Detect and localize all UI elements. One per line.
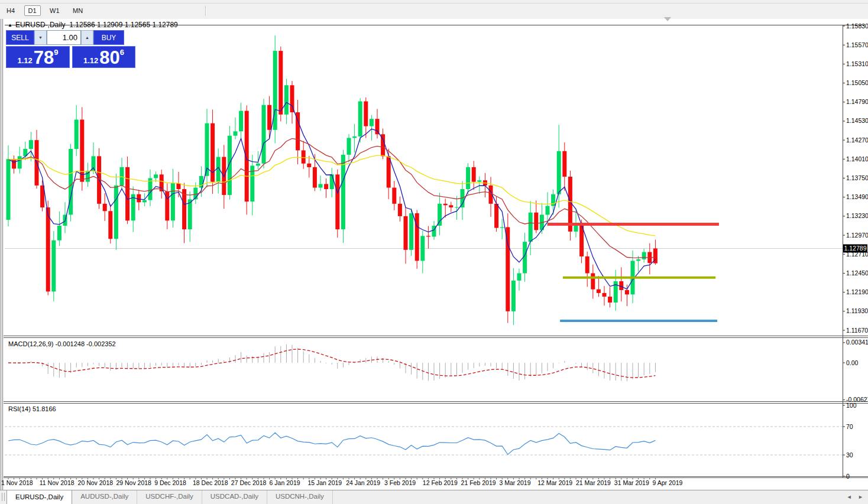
svg-text:18 Dec 2018: 18 Dec 2018: [193, 479, 228, 486]
tab-eurusd-daily[interactable]: EURUSD-,Daily: [7, 490, 72, 504]
svg-text:21 Mar 2019: 21 Mar 2019: [576, 479, 611, 486]
svg-text:27 Dec 2018: 27 Dec 2018: [231, 479, 267, 486]
svg-text:1.14790: 1.14790: [846, 98, 868, 105]
svg-text:1.14010: 1.14010: [846, 155, 868, 162]
sell-button[interactable]: SELL: [6, 30, 34, 45]
svg-text:15 Jan 2019: 15 Jan 2019: [307, 479, 342, 486]
rsi-axis: 10070300: [843, 402, 857, 480]
svg-text:9 Dec 2018: 9 Dec 2018: [154, 479, 186, 486]
timeframe-toolbar: H4 D1 W1 MN: [0, 4, 868, 18]
svg-text:31 Mar 2019: 31 Mar 2019: [614, 479, 649, 486]
symbol-marker-icon: ▲: [8, 22, 12, 28]
window-frame: [1, 19, 868, 490]
svg-text:1.12190: 1.12190: [846, 288, 868, 295]
date-axis: 1 Nov 201811 Nov 201820 Nov 201829 Nov 2…: [1, 478, 683, 487]
trading-platform-window: H4 D1 W1 MN 1.158301.155701.153101.15050…: [0, 0, 868, 504]
svg-text:1.13490: 1.13490: [846, 193, 868, 200]
toolbar-separator: [205, 6, 206, 16]
rsi-line: [8, 433, 655, 454]
timeframe-button-mn[interactable]: MN: [69, 5, 87, 16]
buy-price-big-digits: 80: [99, 50, 119, 66]
svg-text:1.13230: 1.13230: [846, 212, 868, 219]
macd-indicator-label: MACD(12,26,9) -0.001248 -0.002352: [8, 340, 116, 347]
svg-text:12 Feb 2019: 12 Feb 2019: [423, 479, 458, 486]
sell-price-box[interactable]: 1.12 78 9: [6, 46, 70, 68]
tab-usdchf-daily[interactable]: USDCHF-,Daily: [137, 490, 202, 504]
current-price-badge: 1.12789: [843, 244, 867, 252]
svg-text:20 Nov 2018: 20 Nov 2018: [78, 479, 114, 486]
svg-text:70: 70: [846, 423, 853, 430]
symbol-tab-bar: EURUSD-,Daily AUDUSD-,Daily USDCHF-,Dail…: [0, 490, 868, 504]
svg-text:1.15570: 1.15570: [846, 41, 868, 48]
svg-text:1.12789: 1.12789: [844, 245, 867, 252]
svg-text:1.12970: 1.12970: [846, 232, 868, 239]
svg-text:1 Nov 2018: 1 Nov 2018: [1, 479, 33, 486]
tab-usdcad-daily[interactable]: USDCAD-,Daily: [202, 490, 267, 504]
svg-text:1.14270: 1.14270: [846, 136, 868, 144]
rsi-indicator-label: RSI(14) 51.8166: [8, 405, 56, 412]
tab-audusd-daily[interactable]: AUDUSD-,Daily: [72, 490, 137, 504]
sell-price-big-digits: 78: [34, 50, 54, 66]
svg-text:30: 30: [846, 451, 853, 459]
svg-text:0.003412: 0.003412: [846, 339, 868, 346]
svg-text:3 Mar 2019: 3 Mar 2019: [499, 479, 530, 486]
svg-text:24 Jan 2019: 24 Jan 2019: [346, 479, 380, 486]
sell-price-pip-digit: 9: [54, 48, 58, 56]
volume-decrease-button[interactable]: ▼: [34, 30, 47, 45]
timeframe-button-w1[interactable]: W1: [46, 5, 64, 16]
svg-text:12 Mar 2019: 12 Mar 2019: [537, 479, 572, 486]
svg-text:3 Feb 2019: 3 Feb 2019: [384, 479, 416, 486]
price-axis: 1.158301.155701.153101.150501.147901.145…: [843, 22, 868, 334]
buy-price-pip-digit: 6: [120, 48, 124, 56]
tabbar-grip: [2, 493, 5, 501]
buy-price-box[interactable]: 1.12 80 6: [72, 46, 135, 68]
svg-text:0: 0: [846, 473, 850, 480]
macd-axis: 0.0034120.00-0.006271: [843, 339, 868, 403]
chart-ohlc-values: 1.12586 1.12909 1.12565 1.12789: [69, 21, 178, 29]
svg-text:1.12450: 1.12450: [846, 269, 868, 277]
one-click-trade-panel: SELL ▼ ▲ BUY 1.12 78 9 1.12 80 6: [6, 30, 137, 68]
svg-text:1.15050: 1.15050: [846, 79, 868, 86]
buy-button[interactable]: BUY: [93, 30, 124, 45]
svg-text:1.11670: 1.11670: [846, 327, 868, 334]
tab-scroll-right-icon[interactable]: ►: [858, 494, 863, 500]
svg-text:6 Jan 2019: 6 Jan 2019: [270, 479, 300, 486]
tab-scroll-arrows: ◄ ►: [842, 494, 863, 500]
scroll-to-end-icon[interactable]: [664, 17, 671, 21]
volume-input[interactable]: [47, 30, 81, 45]
svg-text:29 Nov 2018: 29 Nov 2018: [116, 479, 151, 486]
chart-title: ▲EURUSD-,Daily 1.12586 1.12909 1.12565 1…: [8, 21, 178, 29]
rsi-level-lines: [5, 427, 843, 455]
tab-scroll-left-icon[interactable]: ◄: [847, 494, 852, 500]
svg-text:21 Feb 2019: 21 Feb 2019: [461, 479, 496, 486]
volume-increase-button[interactable]: ▲: [81, 30, 93, 45]
tab-usdcnh-daily[interactable]: USDCNH-,Daily: [267, 490, 333, 504]
svg-text:9 Apr 2019: 9 Apr 2019: [653, 479, 683, 486]
svg-text:1.15310: 1.15310: [846, 60, 868, 67]
svg-text:1.11930: 1.11930: [846, 307, 868, 314]
buy-price-prefix: 1.12: [83, 57, 98, 64]
chart-symbol-label: EURUSD-,Daily: [15, 21, 66, 29]
svg-text:1.15830: 1.15830: [846, 22, 868, 30]
macd-histogram: [8, 344, 655, 382]
chart-canvas[interactable]: 1.158301.155701.153101.150501.147901.145…: [0, 0, 868, 504]
sell-price-prefix: 1.12: [17, 57, 32, 64]
timeframe-button-h4[interactable]: H4: [2, 5, 19, 16]
svg-text:0.00: 0.00: [846, 359, 859, 366]
timeframe-button-d1[interactable]: D1: [24, 5, 41, 16]
svg-text:1.14530: 1.14530: [846, 117, 868, 124]
svg-text:100: 100: [846, 402, 857, 409]
svg-text:11 Nov 2018: 11 Nov 2018: [40, 479, 75, 486]
svg-text:1.13750: 1.13750: [846, 174, 868, 181]
candles-layer: [7, 35, 658, 325]
